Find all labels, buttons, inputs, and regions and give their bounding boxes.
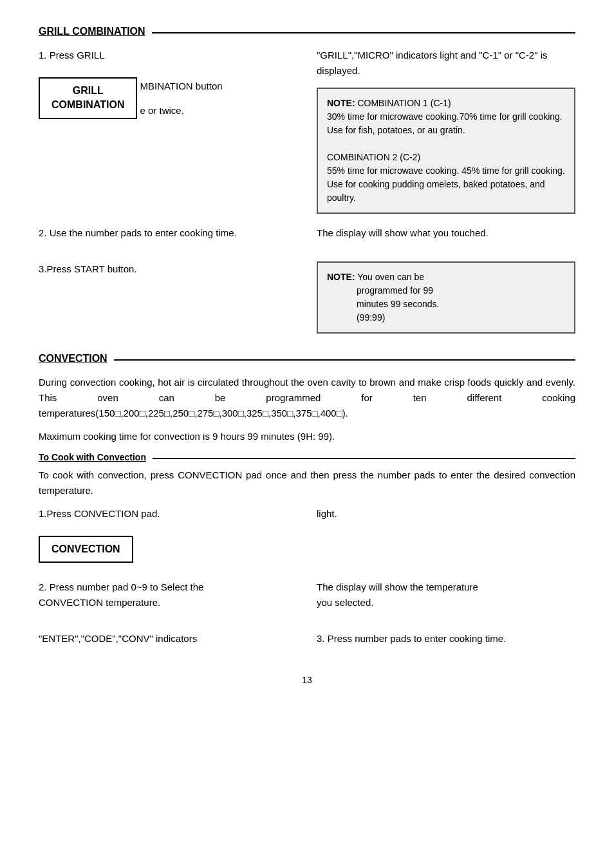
grill-step1-left: 1. Press GRILL GRILL COMBINATION MBINATI… (39, 48, 297, 214)
grill-combination-button: GRILL COMBINATION (39, 77, 137, 119)
grill-step2-right-text: The display will show what you touched. (317, 225, 575, 241)
grill-step1-detail2: e or twice. (140, 103, 222, 118)
grill-note2-line4: (99:99) (327, 312, 385, 323)
conv-step3-label: 3. Press number pads to enter cooking ti… (317, 631, 575, 646)
convection-body1: During convection cooking, hot air is ci… (39, 375, 575, 421)
convection-section-heading: CONVECTION (39, 353, 107, 364)
grill-step1-right: "GRILL","MICRO" indicators light and "C-… (317, 48, 575, 214)
conv-step2-row: 2. Press number pad 0~9 to Select the CO… (39, 580, 575, 619)
conv-enter-code-conv: "ENTER","CODE","CONV" indicators (39, 631, 297, 646)
conv-step2-line1: 2. Press number pad 0~9 to Select the CO… (39, 580, 297, 610)
grill-note1-combo2: COMBINATION 2 (C-2) (327, 152, 420, 162)
grill-heading-row: GRILL COMBINATION (39, 26, 575, 37)
conv-step3-right: 3. Press number pads to enter cooking ti… (317, 631, 575, 656)
grill-step2-text: 2. Use the number pads to enter cooking … (39, 225, 297, 241)
page-content: GRILL COMBINATION 1. Press GRILL GRILL C… (39, 26, 575, 685)
grill-step3-row: 3.Press START button. NOTE: You oven can… (39, 261, 575, 334)
grill-note2-line1: You oven can be (357, 272, 424, 282)
grill-note2-label: NOTE: (327, 272, 355, 282)
grill-step2-row: 2. Use the number pads to enter cooking … (39, 225, 575, 250)
conv-step1-right: light. (317, 506, 575, 568)
grill-note2-line3: minutes 99 seconds. (327, 299, 439, 309)
conv-step2-right-text: The display will show the temperature yo… (317, 580, 575, 610)
grill-step2-right: The display will show what you touched. (317, 225, 575, 250)
grill-step3-text: 3.Press START button. (39, 261, 297, 277)
grill-note2-box: NOTE: You oven can be programmed for 99 … (317, 261, 575, 334)
convection-body2: Maximum cooking time for convection is 9… (39, 429, 575, 444)
grill-indicators-text: "GRILL","MICRO" indicators light and "C-… (317, 48, 575, 79)
grill-note1-bold: COMBINATION 1 (C-1) (357, 98, 451, 108)
convection-heading-row: CONVECTION (39, 353, 575, 364)
conv-step1-label: 1.Press CONVECTION pad. (39, 506, 297, 522)
grill-step1-detail: MBINATION button (140, 79, 222, 94)
page-number: 13 (39, 675, 575, 685)
grill-step2-left: 2. Use the number pads to enter cooking … (39, 225, 297, 250)
grill-note1-line1: 30% time for microwave cooking.70% time … (327, 111, 563, 135)
conv-step2-right: The display will show the temperature yo… (317, 580, 575, 619)
subcook-body: To cook with convection, press CONVECTIO… (39, 467, 575, 498)
subcook-heading-row: To Cook with Convection (39, 452, 575, 462)
grill-note1-box: NOTE: COMBINATION 1 (C-1) 30% time for m… (317, 88, 575, 214)
convection-button: CONVECTION (39, 536, 133, 563)
subcook-heading: To Cook with Convection (39, 452, 146, 462)
conv-step1-right-text: light. (317, 506, 575, 522)
conv-step2-left: 2. Press number pad 0~9 to Select the CO… (39, 580, 297, 619)
grill-heading-line (152, 32, 575, 33)
grill-section: GRILL COMBINATION 1. Press GRILL GRILL C… (39, 26, 575, 334)
grill-step1-row: 1. Press GRILL GRILL COMBINATION MBINATI… (39, 48, 575, 214)
grill-step3-right: NOTE: You oven can be programmed for 99 … (317, 261, 575, 334)
grill-note1-line2: 55% time for microwave cooking. 45% time… (327, 165, 565, 203)
grill-section-heading: GRILL COMBINATION (39, 26, 145, 37)
subcook-heading-line (153, 458, 575, 459)
conv-bottom-left: "ENTER","CODE","CONV" indicators (39, 631, 297, 656)
conv-step1-left: 1.Press CONVECTION pad. CONVECTION (39, 506, 297, 568)
grill-step3-left: 3.Press START button. (39, 261, 297, 334)
grill-step1-label: 1. Press GRILL (39, 48, 297, 63)
convection-heading-line (114, 359, 575, 361)
conv-bottom-row: "ENTER","CODE","CONV" indicators 3. Pres… (39, 631, 575, 656)
conv-step1-row: 1.Press CONVECTION pad. CONVECTION light… (39, 506, 575, 568)
grill-note1-label: NOTE: (327, 98, 355, 108)
grill-note2-line2: programmed for 99 (327, 285, 433, 296)
convection-section: CONVECTION During convection cooking, ho… (39, 353, 575, 656)
